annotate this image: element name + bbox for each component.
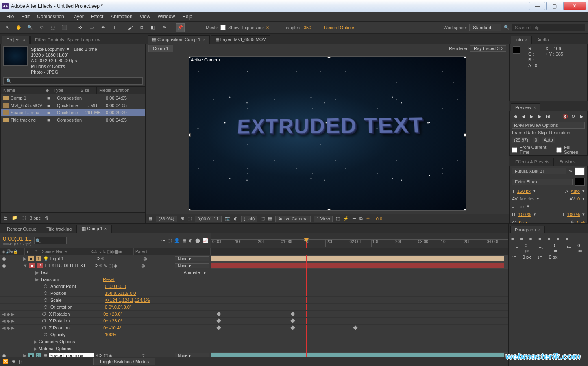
camera2-tool-icon[interactable]: ⬛ [60, 23, 69, 32]
align-left-icon[interactable]: ≡ [511, 237, 514, 242]
justify-center-icon[interactable]: ≡ [548, 237, 550, 242]
graph-editor-icon[interactable]: 📈 [203, 238, 208, 243]
snapshot-icon[interactable]: 📷 [225, 216, 231, 221]
menu-window[interactable]: Window [154, 13, 178, 21]
vscale-value[interactable]: 100 % [518, 212, 531, 217]
justify-all-icon[interactable]: ≡ [566, 237, 568, 242]
timeline-tab[interactable]: Render Queue [2, 225, 41, 233]
space-after-value[interactable]: 0 px [549, 255, 558, 259]
tab-paragraph[interactable]: Paragraph× [510, 226, 545, 233]
mute-icon[interactable]: 🔇 [562, 113, 568, 120]
preview-res-dropdown[interactable]: Auto [542, 137, 555, 143]
composition-viewer[interactable]: EXTRUDED TEXT Active Camera [146, 53, 509, 214]
new-folder-icon[interactable]: 📁 [12, 215, 17, 220]
last-frame-icon[interactable]: ⏭ [545, 113, 551, 120]
framerate-dropdown[interactable]: (29.97) [512, 137, 530, 143]
stroke-width-value[interactable]: - px [517, 204, 524, 209]
ram-preview-icon[interactable]: ▶ [578, 113, 585, 120]
renderer-dropdown[interactable]: Ray-traced 3D [470, 45, 506, 52]
resolution-dropdown[interactable]: (Half) [241, 216, 258, 222]
project-item[interactable]: Space L...mov■QuickTime291 MB0:00:29:29 [1, 109, 145, 116]
hide-shy-icon[interactable]: 👤 [174, 238, 180, 243]
justify-left-icon[interactable]: ≡ [538, 237, 541, 242]
tab-preview[interactable]: Preview× [511, 103, 540, 111]
ram-options-dropdown[interactable]: RAM Preview Options [512, 122, 585, 129]
flowchart-icon[interactable]: ⧉ [359, 216, 363, 221]
fullscreen-checkbox[interactable] [556, 147, 562, 152]
tab-composition[interactable]: ▦ Composition: Comp 1× [148, 35, 210, 44]
pixel-ar-icon[interactable]: ⬚ [336, 216, 340, 221]
justify-right-icon[interactable]: ≡ [557, 237, 559, 242]
timeline-tab[interactable]: Title tracking [41, 225, 77, 233]
selection-tool-icon[interactable]: ↖ [3, 23, 12, 32]
res-grid-icon[interactable]: ⊞ [181, 216, 184, 221]
stroke-color-swatch[interactable] [575, 178, 585, 186]
tab-effects-presets[interactable]: Effects & Presets [511, 158, 554, 166]
timeline-row[interactable]: ⏱Position158.8,531.9,0.0 [0, 290, 508, 297]
comp-breadcrumb[interactable]: Comp 1 [148, 45, 173, 52]
transparency-icon[interactable]: ▦ [268, 216, 272, 221]
project-item[interactable]: MVI_6535.MOV■QuickTime... MB0:00:04:05 [1, 102, 145, 109]
camera-dropdown[interactable]: Active Camera [275, 216, 310, 222]
zoom-tool-icon[interactable]: 🔍 [26, 23, 35, 32]
comp-mini-flowchart-icon[interactable]: ⤳ [161, 238, 165, 243]
clone-tool-icon[interactable]: ⧉ [137, 23, 146, 32]
interpret-icon[interactable]: 🗀 [3, 216, 8, 220]
anchor-tool-icon[interactable]: ⊹ [76, 23, 85, 32]
fast-previews-icon[interactable]: ⚡ [343, 216, 349, 221]
timeline-row[interactable]: ◉▼■2TEXTRUDED TEXT✲✲ ✎ ⬚ ◈◎None ▾ [0, 262, 508, 269]
menu-help[interactable]: Help [179, 13, 196, 21]
timeline-row[interactable]: ◉▶■3▦Space Loop.mov✲✲ ⬚ ◈◎None ▾ [0, 352, 508, 357]
tab-layer-viewer[interactable]: ▦ Layer: MVI_6535.MOV [211, 35, 270, 44]
timeline-row[interactable]: ▶Material Options [0, 345, 508, 352]
tab-info[interactable]: Info× [511, 36, 532, 44]
zoom-in-icon[interactable]: ⊕ [12, 359, 15, 364]
timeline-timecode[interactable]: 0;00;01;11 [3, 235, 32, 242]
timeline-row[interactable]: ◀ ◆ ▶⏱Z Rotation0x -10.4° [0, 325, 508, 331]
project-item[interactable]: Title tracking■Composition0;00;04;05 [1, 116, 145, 124]
show-channel-icon[interactable]: ◐ [234, 216, 238, 221]
menu-edit[interactable]: Edit [18, 13, 33, 21]
next-frame-icon[interactable]: ▶ [536, 113, 543, 120]
timeline-icon[interactable]: ☰ [352, 216, 356, 221]
from-current-checkbox[interactable] [512, 147, 517, 152]
rotate-tool-icon[interactable]: ↻ [37, 23, 46, 32]
prev-frame-icon[interactable]: ◀ [520, 113, 527, 120]
tab-brushes[interactable]: Brushes [555, 158, 580, 166]
pen-tool-icon[interactable]: ✒ [98, 23, 107, 32]
workspace-dropdown[interactable]: Standard [469, 24, 501, 31]
timeline-row[interactable]: ⏱Orientation0.0°,0.0°,0.0° [0, 304, 508, 311]
space-before-value[interactable]: 0 px [523, 255, 531, 259]
zoom-out-icon[interactable]: {} [19, 359, 22, 364]
align-center-icon[interactable]: ≡ [520, 237, 523, 242]
rect-tool-icon[interactable]: ▭ [87, 23, 96, 32]
menu-effect[interactable]: Effect [88, 13, 107, 21]
expansion-value[interactable]: 3 [266, 25, 269, 30]
current-time[interactable]: 0;00;01;11 [195, 216, 222, 222]
camera-tool-icon[interactable]: ⬚ [48, 23, 57, 32]
menu-composition[interactable]: Composition [34, 13, 68, 21]
menu-layer[interactable]: Layer [68, 13, 87, 21]
timeline-row[interactable]: ▶Geometry Options [0, 338, 508, 345]
close-button[interactable]: ✕ [563, 2, 586, 10]
menu-view[interactable]: View [137, 13, 154, 21]
motion-blur-icon[interactable]: ◐ [189, 238, 193, 243]
font-family-dropdown[interactable]: Futura XBlk BT [512, 168, 566, 174]
always-preview-icon[interactable]: ▦ [148, 216, 152, 221]
tracking-value[interactable]: 0 [577, 196, 580, 201]
hand-tool-icon[interactable]: ✋ [14, 23, 23, 32]
toggle-mask-icon[interactable]: ⬚ [187, 216, 192, 221]
timeline-row[interactable]: ⏱Scale⟲ 124.1,124.1,124.1% [0, 297, 508, 304]
search-help-input[interactable] [512, 24, 585, 31]
tab-project[interactable]: Project× [2, 36, 30, 44]
menu-file[interactable]: File [3, 13, 17, 21]
pin-tool-icon[interactable]: 📌 [176, 23, 185, 32]
current-time-indicator[interactable] [306, 238, 307, 248]
type-tool-icon[interactable]: T [110, 23, 119, 32]
timeline-row[interactable]: ◀ ◆ ▶⏱X Rotation0x +23.0° [0, 311, 508, 318]
record-options-link[interactable]: Record Options [324, 25, 355, 30]
fill-color-swatch[interactable] [575, 167, 585, 175]
tab-effect-controls[interactable]: Effect Controls: Space Loop.mov [30, 36, 105, 44]
toggle-switches-icon[interactable]: 🔀 [3, 359, 9, 364]
timeline-row[interactable]: ◉▶■1💡Light 1✲✲◎None ▾ [0, 255, 508, 262]
